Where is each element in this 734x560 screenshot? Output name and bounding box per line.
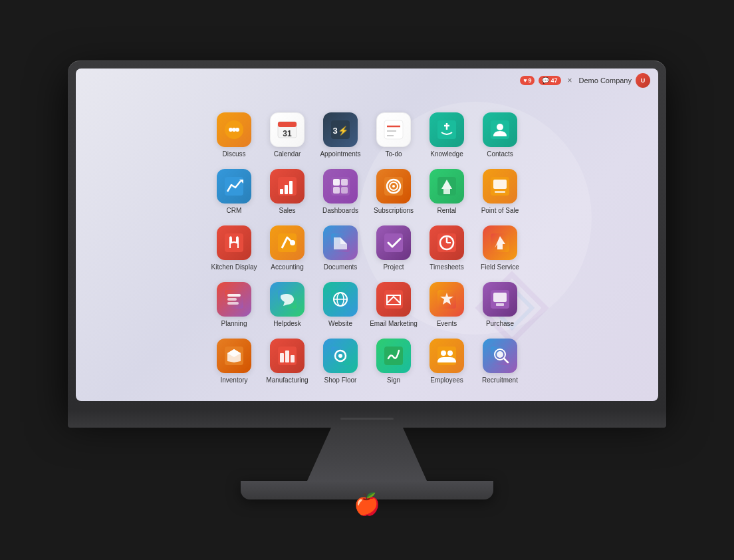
- appointments-icon: 3⚡: [323, 112, 358, 147]
- events-icon: [429, 282, 464, 317]
- fieldservice-label: Field Service: [481, 263, 519, 271]
- helpdesk-icon: [270, 282, 305, 317]
- chin-line: [340, 418, 394, 420]
- app-row: CRMSalesDashboardsSubscriptionsRentalPoi…: [207, 164, 527, 220]
- app-item-rental[interactable]: Rental: [420, 164, 473, 220]
- app-item-subscriptions[interactable]: Subscriptions: [367, 164, 420, 220]
- subscriptions-label: Subscriptions: [374, 207, 414, 215]
- app-item-calendar[interactable]: 31Calendar: [261, 107, 314, 164]
- app-row: Discuss31Calendar3⚡AppointmentsTo-doKnow…: [207, 107, 527, 164]
- app-item-appointments[interactable]: 3⚡Appointments: [314, 107, 367, 164]
- timesheets-label: Timesheets: [429, 263, 463, 271]
- svg-rect-48: [227, 298, 237, 301]
- svg-rect-32: [443, 189, 450, 194]
- app-row: Kitchen DisplayAccountingDocumentsProjec…: [207, 220, 527, 277]
- app-grid: Discuss31Calendar3⚡AppointmentsTo-doKnow…: [76, 95, 658, 401]
- app-item-manufacturing[interactable]: Manufacturing: [261, 333, 314, 390]
- accounting-label: Accounting: [271, 263, 303, 271]
- svg-rect-64: [291, 355, 295, 362]
- emailmarketing-icon: [376, 282, 411, 317]
- close-button[interactable]: ×: [565, 74, 575, 86]
- app-item-shopfloor[interactable]: Shop Floor: [314, 333, 367, 390]
- recruitment-label: Recruitment: [482, 376, 518, 384]
- sales-label: Sales: [279, 207, 295, 215]
- svg-rect-63: [285, 350, 289, 362]
- rental-icon: [429, 169, 464, 204]
- svg-point-73: [497, 351, 503, 358]
- crm-label: CRM: [227, 207, 242, 215]
- discuss-label: Discuss: [222, 150, 245, 158]
- svg-rect-49: [227, 302, 239, 305]
- svg-rect-35: [495, 191, 505, 193]
- purchase-icon: [483, 282, 517, 317]
- svg-point-15: [497, 124, 503, 130]
- app-item-timesheets[interactable]: Timesheets: [420, 220, 473, 277]
- monitor-chin: [68, 409, 666, 428]
- screen: ♥ 9 💬 47 × Demo Company U Discuss31Calen…: [76, 69, 658, 401]
- monitor-wrapper: ♥ 9 💬 47 × Demo Company U Discuss31Calen…: [68, 61, 666, 499]
- app-item-sales[interactable]: Sales: [261, 164, 314, 220]
- planning-label: Planning: [221, 320, 247, 328]
- todo-icon: [376, 112, 411, 147]
- fieldservice-icon: [483, 225, 517, 260]
- app-item-employees[interactable]: Employees: [420, 333, 473, 390]
- app-item-pointofsale[interactable]: Point of Sale: [473, 164, 527, 220]
- sales-icon: [270, 169, 305, 204]
- app-item-documents[interactable]: Documents: [314, 220, 367, 277]
- documents-label: Documents: [324, 263, 358, 271]
- svg-rect-40: [384, 233, 403, 252]
- emailmarketing-label: Email Marketing: [370, 320, 418, 328]
- svg-rect-23: [333, 179, 340, 186]
- app-item-dashboards[interactable]: Dashboards: [314, 164, 367, 220]
- inventory-icon: [217, 339, 251, 373]
- kitchendisplay-label: Kitchen Display: [211, 263, 257, 271]
- svg-point-38: [290, 240, 295, 245]
- app-item-fieldservice[interactable]: Field Service: [473, 220, 527, 277]
- user-avatar[interactable]: U: [636, 73, 650, 88]
- app-item-sign[interactable]: Sign: [367, 333, 420, 390]
- employees-icon: [429, 339, 464, 373]
- app-item-inventory[interactable]: Inventory: [207, 333, 261, 390]
- app-item-contacts[interactable]: Contacts: [473, 107, 527, 164]
- svg-rect-20: [285, 185, 288, 194]
- app-item-crm[interactable]: CRM: [207, 164, 261, 220]
- svg-rect-47: [227, 294, 241, 297]
- calendar-icon: 31: [270, 112, 305, 147]
- knowledge-label: Knowledge: [430, 150, 463, 158]
- helpdesk-label: Helpdesk: [273, 320, 301, 328]
- purchase-label: Purchase: [486, 320, 514, 328]
- svg-point-70: [441, 350, 446, 356]
- notification-badge-1[interactable]: ♥ 9: [520, 76, 535, 85]
- app-item-events[interactable]: Events: [420, 277, 473, 333]
- app-row: InventoryManufacturingShop FloorSignEmpl…: [207, 333, 527, 390]
- knowledge-icon: [429, 112, 464, 147]
- badge-count-2: 47: [550, 77, 557, 84]
- app-item-accounting[interactable]: Accounting: [261, 220, 314, 277]
- inventory-label: Inventory: [220, 376, 247, 384]
- svg-point-30: [392, 185, 395, 188]
- app-item-kitchendisplay[interactable]: Kitchen Display: [207, 220, 261, 277]
- app-row: PlanningHelpdeskWebsiteEmail MarketingEv…: [207, 277, 527, 333]
- website-icon: [323, 282, 358, 317]
- kitchendisplay-icon: [217, 225, 251, 260]
- chat-icon: 💬: [542, 77, 549, 84]
- app-item-knowledge[interactable]: Knowledge: [420, 107, 473, 164]
- app-item-emailmarketing[interactable]: Email Marketing: [367, 277, 420, 333]
- recruitment-icon: [483, 339, 517, 373]
- pointofsale-icon: [483, 169, 517, 204]
- app-item-planning[interactable]: Planning: [207, 277, 261, 333]
- app-item-project[interactable]: Project: [367, 220, 420, 277]
- dashboards-icon: [323, 169, 358, 204]
- app-item-website[interactable]: Website: [314, 277, 367, 333]
- app-item-todo[interactable]: To-do: [367, 107, 420, 164]
- subscriptions-icon: [376, 169, 411, 204]
- app-item-helpdesk[interactable]: Helpdesk: [261, 277, 314, 333]
- app-item-discuss[interactable]: Discuss: [207, 107, 261, 164]
- svg-rect-58: [493, 293, 507, 302]
- app-item-purchase[interactable]: Purchase: [473, 277, 527, 333]
- appointments-label: Appointments: [320, 150, 360, 158]
- monitor-stand-neck: [307, 428, 427, 481]
- app-item-recruitment[interactable]: Recruitment: [473, 333, 527, 390]
- notification-badge-2[interactable]: 💬 47: [539, 76, 560, 85]
- svg-point-71: [447, 350, 453, 356]
